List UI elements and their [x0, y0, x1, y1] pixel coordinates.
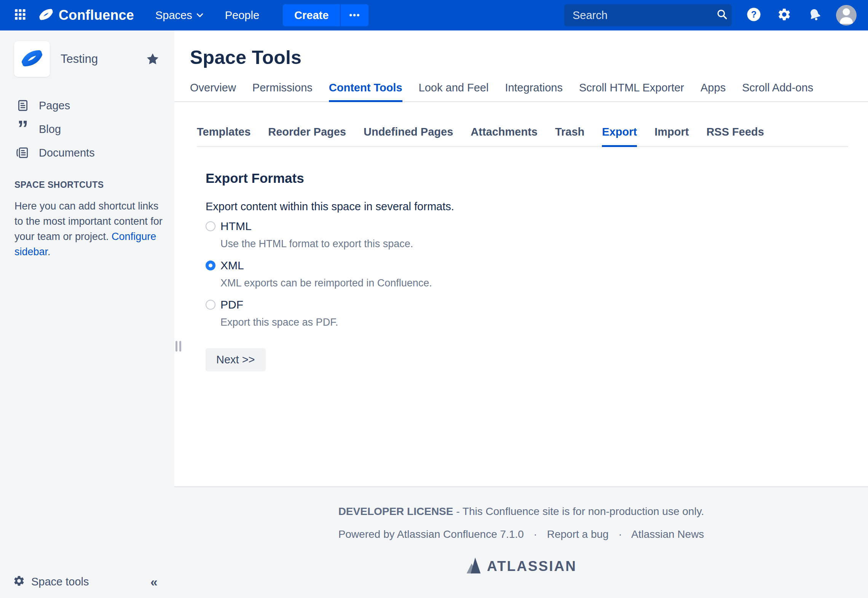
space-sidebar: Testing Pages ” — [0, 30, 174, 598]
sidebar-nav: Pages ” Blog Documents — [0, 94, 174, 165]
sidebar-footer: Space tools « — [0, 565, 174, 598]
export-option-html: HTML Use the HTML format to export this … — [206, 220, 868, 250]
space-tools-button[interactable]: Space tools — [31, 576, 150, 588]
app-grid-icon — [14, 9, 26, 22]
subtab-export[interactable]: Export — [602, 126, 637, 147]
gear-icon — [777, 7, 791, 23]
space-tools-tabs: Overview Permissions Content Tools Look … — [174, 82, 868, 102]
export-option-xml: XML XML exports can be reimported in Con… — [206, 259, 868, 289]
documents-icon — [15, 146, 30, 160]
atlassian-brand: ATLASSIAN — [174, 557, 868, 576]
tab-scroll-html-exporter[interactable]: Scroll HTML Exporter — [579, 82, 684, 101]
collapse-sidebar-icon[interactable]: « — [150, 574, 158, 589]
nav-people-link[interactable]: People — [225, 9, 259, 22]
option-description: Use the HTML format to export this space… — [220, 238, 868, 250]
tab-permissions[interactable]: Permissions — [252, 82, 313, 101]
sidebar-resize-handle[interactable] — [176, 341, 181, 352]
tab-scroll-add-ons[interactable]: Scroll Add-ons — [742, 82, 813, 101]
person-icon — [836, 5, 857, 26]
search-icon[interactable] — [716, 8, 728, 22]
tab-overview[interactable]: Overview — [190, 82, 236, 101]
favourite-star-icon[interactable] — [145, 52, 160, 66]
notifications-button[interactable] — [806, 7, 823, 24]
space-shortcuts-description: Here you can add shortcut links to the m… — [14, 198, 165, 259]
bell-icon — [807, 7, 822, 23]
create-button[interactable]: Create — [283, 4, 340, 26]
app-name: Confluence — [59, 7, 134, 23]
option-description: XML exports can be reimported in Conflue… — [220, 277, 868, 289]
powered-by-line: Powered by Atlassian Confluence 7.1.0 · … — [174, 528, 868, 540]
user-avatar[interactable] — [836, 5, 857, 26]
atlassian-wordmark: ATLASSIAN — [487, 558, 577, 574]
export-option-pdf: PDF Export this space as PDF. — [206, 298, 868, 328]
content-tools-subtabs: Templates Reorder Pages Undefined Pages … — [197, 126, 848, 147]
settings-button[interactable] — [776, 7, 793, 24]
search-input[interactable] — [573, 9, 716, 22]
nav-spaces-menu[interactable]: Spaces — [155, 9, 204, 22]
page-footer: DEVELOPER LICENSE - This Confluence site… — [174, 486, 868, 598]
space-shortcuts-heading: SPACE SHORTCUTS — [14, 180, 174, 190]
chevron-down-icon — [196, 12, 204, 18]
space-name: Testing — [61, 52, 145, 66]
app-switcher-button[interactable] — [11, 6, 29, 24]
atlassian-logo-icon — [466, 557, 482, 576]
tab-apps[interactable]: Apps — [700, 82, 726, 101]
confluence-logo-icon — [38, 6, 54, 24]
radio-row-pdf[interactable]: PDF — [206, 298, 868, 311]
subtab-reorder-pages[interactable]: Reorder Pages — [268, 126, 346, 146]
radio-pdf[interactable] — [206, 300, 215, 310]
tab-integrations[interactable]: Integrations — [505, 82, 563, 101]
create-button-group: Create ••• — [283, 4, 369, 26]
confluence-space-icon — [20, 46, 44, 72]
radio-html[interactable] — [206, 221, 215, 231]
option-description: Export this space as PDF. — [220, 317, 868, 328]
svg-text:?: ? — [751, 10, 756, 19]
tab-look-and-feel[interactable]: Look and Feel — [419, 82, 489, 101]
quote-icon: ” — [15, 123, 30, 136]
subtab-templates[interactable]: Templates — [197, 126, 251, 146]
sidebar-item-documents[interactable]: Documents — [0, 141, 174, 165]
atlassian-news-link[interactable]: Atlassian News — [631, 528, 704, 540]
subtab-undefined-pages[interactable]: Undefined Pages — [364, 126, 453, 146]
main-content: Space Tools Overview Permissions Content… — [174, 30, 868, 486]
sidebar-item-pages[interactable]: Pages — [0, 94, 174, 117]
section-description: Export content within this space in seve… — [206, 200, 868, 213]
page-title: Space Tools — [190, 46, 868, 69]
next-button[interactable]: Next >> — [206, 348, 266, 371]
subtab-import[interactable]: Import — [654, 126, 689, 146]
space-header: Testing — [0, 41, 174, 77]
radio-row-xml[interactable]: XML — [206, 259, 868, 272]
powered-by-text: Powered by Atlassian Confluence 7.1.0 — [338, 528, 524, 540]
subtab-trash[interactable]: Trash — [555, 126, 584, 146]
report-a-bug-link[interactable]: Report a bug — [547, 528, 609, 540]
subtab-rss-feeds[interactable]: RSS Feeds — [706, 126, 764, 146]
tab-content-tools[interactable]: Content Tools — [329, 82, 402, 102]
space-tools-gear-icon — [13, 575, 25, 588]
global-search[interactable] — [564, 4, 732, 26]
section-heading: Export Formats — [206, 171, 868, 186]
top-navigation: Confluence Spaces People Create ••• ? — [0, 0, 868, 30]
radio-xml[interactable] — [206, 261, 215, 270]
help-button[interactable]: ? — [745, 7, 762, 24]
page-icon — [15, 99, 30, 112]
subtab-attachments[interactable]: Attachments — [471, 126, 538, 146]
help-icon: ? — [746, 7, 761, 24]
sidebar-item-blog[interactable]: ” Blog — [0, 117, 174, 141]
export-formats-section: Export Formats Export content within thi… — [206, 171, 868, 371]
confluence-home-link[interactable]: Confluence — [38, 6, 134, 24]
create-more-button[interactable]: ••• — [340, 4, 369, 26]
license-notice: DEVELOPER LICENSE - This Confluence site… — [174, 505, 868, 518]
radio-row-html[interactable]: HTML — [206, 220, 868, 233]
space-logo[interactable] — [14, 41, 50, 77]
